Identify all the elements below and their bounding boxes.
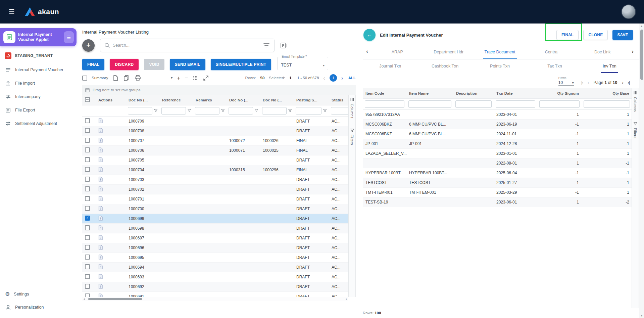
editor-tab[interactable]: Doc Link xyxy=(577,45,628,59)
voucher-row[interactable]: 1000707 1000072 1000026 FINAL AC... xyxy=(82,136,348,145)
zoom-out-icon[interactable]: − xyxy=(185,75,188,81)
voucher-document-icon[interactable] xyxy=(98,196,103,201)
inv-txn-row[interactable]: TESTCOST TESTCOST 2025-01-27 -1 1 xyxy=(363,178,632,187)
filters-tool-tab[interactable]: Filters xyxy=(350,129,354,145)
voucher-document-icon[interactable] xyxy=(98,245,103,250)
voucher-row[interactable]: 1000703 DRAFT AC... xyxy=(82,175,348,184)
expand-icon[interactable] xyxy=(203,75,209,81)
editor-tab[interactable]: Department Hdr xyxy=(423,45,474,59)
menu-icon[interactable]: ☰ xyxy=(9,8,15,16)
voucher-document-icon[interactable] xyxy=(98,177,103,182)
column-filter-input[interactable] xyxy=(584,100,630,108)
column-header[interactable]: Doc No (... xyxy=(126,95,159,105)
column-header[interactable]: Status xyxy=(329,95,348,105)
column-header[interactable]: Qty Base xyxy=(582,88,632,98)
column-header[interactable]: Remarks xyxy=(193,95,227,105)
page-scrollbar-thumb[interactable] xyxy=(640,30,643,80)
funnel-icon[interactable] xyxy=(154,108,157,113)
next-page-icon[interactable]: › xyxy=(622,80,623,85)
column-header[interactable]: Actions xyxy=(96,95,126,105)
voucher-document-icon[interactable] xyxy=(98,284,103,289)
view-mode-select[interactable]: ▾ xyxy=(146,75,172,81)
column-filter-input[interactable] xyxy=(365,100,404,108)
editor-subtab[interactable]: Tax Txn xyxy=(527,59,582,73)
row-checkbox[interactable] xyxy=(85,196,90,201)
editor-tab[interactable]: Trace Document xyxy=(474,45,526,59)
horizontal-scrollbar-thumb[interactable] xyxy=(88,298,142,300)
select-all-checkbox[interactable] xyxy=(85,97,90,102)
editor-tab[interactable]: Contra xyxy=(526,45,577,59)
row-checkbox[interactable] xyxy=(85,167,90,172)
voucher-row[interactable]: 1000694 DRAFT AC... xyxy=(82,262,348,272)
voucher-document-icon[interactable] xyxy=(98,264,103,269)
inv-txn-row[interactable]: 2022-08-01 1 -1 xyxy=(363,158,632,168)
row-checkbox[interactable] xyxy=(85,264,90,269)
column-header[interactable]: Doc No (... xyxy=(227,95,260,105)
row-checkbox[interactable] xyxy=(85,245,90,250)
sidebar-item-internal-payment-voucher[interactable]: Internal Payment Voucher xyxy=(0,63,72,77)
scroll-down-icon[interactable]: ▾ xyxy=(639,314,644,317)
voucher-document-icon[interactable] xyxy=(98,186,103,191)
column-header[interactable]: Item Name xyxy=(406,88,453,98)
voucher-document-icon[interactable] xyxy=(98,147,103,152)
column-filter-input[interactable] xyxy=(408,100,451,108)
voucher-document-icon[interactable] xyxy=(98,128,103,133)
back-button[interactable]: ← xyxy=(363,29,376,41)
sidebar-item-personalization[interactable]: Personalization xyxy=(0,301,72,314)
scroll-right-icon[interactable]: ▸ xyxy=(346,297,347,301)
tenant-selector[interactable]: STAGING_TENANT xyxy=(0,46,72,63)
voucher-row[interactable]: 1000699 DRAFT AC... xyxy=(82,214,348,223)
inv-txn-row[interactable]: LAZADA_SELLER_V... 2023-01-01 1 1 xyxy=(363,148,632,158)
document-icon[interactable] xyxy=(112,75,119,82)
column-header[interactable]: Doc No (... xyxy=(260,95,294,105)
voucher-row[interactable]: 1000692 DRAFT AC... xyxy=(82,282,348,291)
column-header[interactable]: Description xyxy=(453,88,494,98)
voucher-row[interactable]: 1000695 DRAFT AC... xyxy=(82,253,348,262)
editor-final-button[interactable]: FINAL xyxy=(556,30,579,40)
editor-subtab[interactable]: Points Txn xyxy=(473,59,527,73)
clone-button[interactable]: CLONE xyxy=(583,30,608,40)
rows-per-page-select[interactable]: Rows 10▾ xyxy=(558,76,574,86)
final-button[interactable]: FINAL xyxy=(82,59,104,70)
row-checkbox[interactable] xyxy=(85,274,90,279)
row-checkbox[interactable] xyxy=(85,284,90,289)
last-page-icon[interactable]: ›| xyxy=(628,80,630,85)
editor-subtab[interactable]: Journal Txn xyxy=(363,59,417,73)
sidebar-item-file-export[interactable]: File Export xyxy=(0,103,72,117)
funnel-icon[interactable] xyxy=(188,108,191,113)
column-header[interactable]: Qty Signum xyxy=(537,88,582,98)
voucher-row[interactable]: 1000691 DRAFT AC... xyxy=(82,291,348,297)
page-scrollbar[interactable]: ▴ ▾ xyxy=(639,24,644,318)
row-checkbox[interactable] xyxy=(85,255,90,260)
inv-txn-row[interactable]: JP-001 JP-001 2024-12-28 1 -1 xyxy=(363,139,632,148)
filters-tool-tab[interactable]: Filters xyxy=(633,122,637,138)
summary-checkbox[interactable] xyxy=(82,76,87,81)
horizontal-scrollbar[interactable]: ◂ ▸ xyxy=(82,297,348,301)
voucher-row[interactable]: 1000693 DRAFT AC... xyxy=(82,272,348,282)
tabs-scroll-right-icon[interactable]: › xyxy=(628,48,637,56)
print-button[interactable]: SINGLE/MULTIPLE PRINT xyxy=(211,59,271,70)
row-groups-dropzone[interactable]: Drag here to set row groups xyxy=(82,85,356,95)
sidebar-item-file-import[interactable]: File Import xyxy=(0,77,72,90)
sidebar-item-intercompany[interactable]: Intercompany xyxy=(0,90,72,103)
voucher-row[interactable]: 1000700 DRAFT AC... xyxy=(82,204,348,214)
row-checkbox[interactable] xyxy=(85,157,90,162)
voucher-document-icon[interactable] xyxy=(98,118,103,123)
editor-subtab[interactable]: Inv Txn xyxy=(582,59,637,73)
copy-icon[interactable] xyxy=(123,75,130,82)
editor-tab[interactable]: ARAP xyxy=(371,45,423,59)
scroll-up-icon[interactable]: ▴ xyxy=(639,24,644,28)
voucher-document-icon[interactable] xyxy=(98,138,103,143)
funnel-icon[interactable] xyxy=(288,108,292,113)
filter-list-icon[interactable] xyxy=(263,42,270,48)
column-filter-input[interactable] xyxy=(262,107,287,115)
column-header[interactable]: Item Code xyxy=(363,88,406,98)
avatar[interactable] xyxy=(622,5,635,18)
voucher-row[interactable]: 1000706 1000071 1000025 FINAL AC... xyxy=(82,145,348,155)
zoom-in-icon[interactable]: + xyxy=(177,75,180,81)
column-filter-input[interactable] xyxy=(229,107,253,115)
save-button[interactable]: SAVE xyxy=(612,30,633,40)
voucher-document-icon[interactable] xyxy=(98,167,103,172)
row-checkbox[interactable] xyxy=(85,235,90,240)
voucher-row[interactable]: 1000705 DRAFT AC... xyxy=(82,155,348,165)
